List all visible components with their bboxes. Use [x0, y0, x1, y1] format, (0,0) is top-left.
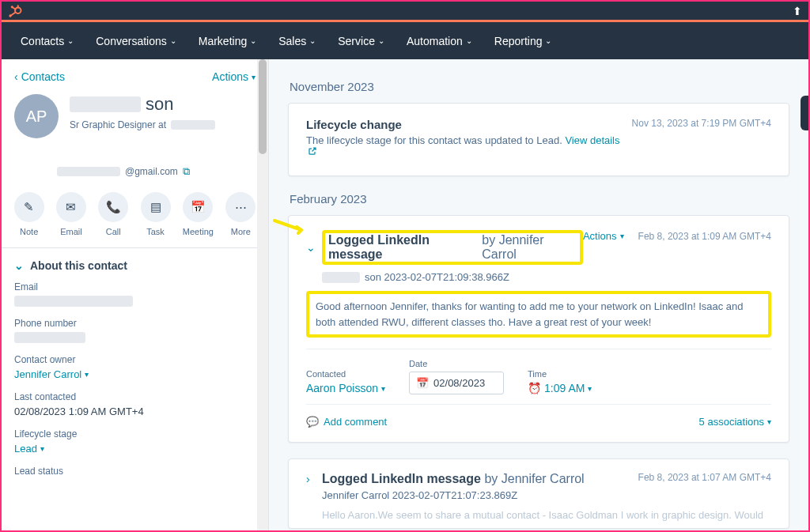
about-section: ⌄About this contact Email Phone number C… [2, 248, 268, 486]
activity-actions-dropdown[interactable]: Actions▾ [583, 230, 624, 242]
chevron-down-icon: ⌄ [170, 36, 176, 45]
chevron-down-icon: ⌄ [67, 36, 74, 45]
nav-service[interactable]: Service⌄ [338, 35, 384, 47]
contact-email: @gmail.com ⧉ [57, 165, 268, 178]
time-label: Time [528, 369, 592, 379]
time-dropdown[interactable]: ⏰1:09 AM▾ [528, 382, 592, 394]
field-phone-label: Phone number [14, 318, 255, 329]
phone-icon: 📞 [106, 200, 121, 214]
chevron-down-icon: ▾ [620, 232, 624, 240]
highlighted-title: Logged LinkedIn message by Jennifer Carr… [322, 230, 583, 265]
email-icon: ✉ [66, 200, 76, 214]
callout-arrow-icon [273, 219, 305, 235]
month-heading: November 2023 [290, 80, 789, 93]
lifecycle-date: Nov 13, 2023 at 7:19 PM GMT+4 [632, 118, 771, 129]
field-owner-label: Contact owner [14, 354, 255, 365]
activity-preview: Hello Aaron.We seem to share a mutual co… [322, 507, 771, 523]
sidebar-scrollbar[interactable] [257, 59, 268, 530]
collapse-toggle[interactable]: ⌄ [306, 241, 316, 254]
chevron-down-icon: ▾ [381, 384, 385, 393]
month-heading: February 2023 [290, 192, 789, 206]
chevron-down-icon: ▾ [252, 73, 255, 81]
field-lead-status-label: Lead status [14, 466, 255, 477]
comment-icon: 💬 [306, 416, 319, 428]
chevron-down-icon: ⌄ [378, 36, 384, 45]
activity-card-collapsed: › Logged LinkedIn message by Jennifer Ca… [288, 458, 789, 529]
svg-point-2 [9, 14, 11, 17]
nav-automation[interactable]: Automation⌄ [407, 35, 472, 47]
add-comment-button[interactable]: 💬Add comment [306, 416, 387, 428]
clock-icon: ⏰ [528, 382, 541, 394]
activity-card-expanded: ⌄ Logged LinkedIn message by Jennifer Ca… [288, 215, 789, 443]
field-email-value [14, 296, 255, 307]
chevron-down-icon: ▾ [40, 444, 44, 453]
email-button[interactable]: ✉Email [56, 192, 86, 236]
chevron-down-icon: ⌄ [14, 259, 24, 272]
field-owner-value[interactable]: Jennifer Carrol▾ [14, 368, 255, 380]
nav-conversations[interactable]: Conversations⌄ [96, 35, 176, 47]
activity-timeline: November 2023 Lifecycle change The lifec… [269, 59, 808, 530]
meeting-button[interactable]: 📅Meeting [183, 192, 214, 236]
lifecycle-body: The lifecycle stage for this contact was… [306, 134, 632, 158]
svg-line-4 [13, 7, 16, 9]
task-icon: ▤ [150, 200, 161, 214]
back-contacts-link[interactable]: ‹ Contacts [14, 70, 65, 83]
contact-sidebar: ‹ Contacts Actions ▾ AP son Sr Graphic D… [2, 59, 269, 530]
expand-toggle[interactable]: › [306, 473, 316, 485]
field-last-contacted-value: 02/08/2023 1:09 AM GMT+4 [14, 406, 255, 417]
chevron-down-icon: ⌄ [309, 36, 316, 45]
contact-name: son [70, 94, 255, 115]
copy-icon[interactable]: ⧉ [183, 165, 190, 178]
chevron-down-icon: ⌄ [466, 36, 472, 45]
field-lifecycle-label: Lifecycle stage [14, 428, 255, 440]
field-email-label: Email [14, 281, 255, 292]
note-icon: ✎ [24, 200, 34, 214]
activity-meta: Jennifer Carrol 2023-02-07T21:07:23.869Z [322, 489, 771, 501]
field-last-contacted-label: Last contacted [14, 391, 255, 402]
task-button[interactable]: ▤Task [141, 192, 171, 236]
top-bar: ⬆ [2, 2, 808, 22]
call-button[interactable]: 📞Call [98, 192, 128, 236]
chevron-left-icon: ‹ [14, 70, 18, 83]
main-nav: Contacts⌄ Conversations⌄ Marketing⌄ Sale… [2, 22, 808, 59]
more-icon: ⋯ [235, 200, 247, 214]
chevron-down-icon: ▾ [767, 417, 771, 426]
chevron-down-icon: ▾ [85, 370, 89, 379]
avatar: AP [14, 94, 59, 138]
nav-reporting[interactable]: Reporting⌄ [494, 35, 552, 47]
date-input[interactable]: 📅02/08/2023 [409, 372, 504, 394]
chevron-down-icon: ▾ [588, 384, 592, 393]
quick-actions: ✎Note ✉Email 📞Call ▤Task 📅Meeting ⋯More [2, 178, 268, 248]
chevron-down-icon: ⌄ [250, 36, 256, 45]
upgrade-icon[interactable]: ⬆ [793, 5, 802, 17]
lifecycle-title: Lifecycle change [306, 118, 632, 131]
lifecycle-card: Lifecycle change The lifecycle stage for… [288, 103, 789, 176]
about-toggle[interactable]: ⌄About this contact [14, 259, 255, 272]
nav-marketing[interactable]: Marketing⌄ [199, 35, 256, 47]
nav-contacts[interactable]: Contacts⌄ [21, 35, 74, 47]
contacted-label: Contacted [306, 369, 385, 379]
date-label: Date [409, 359, 504, 368]
associations-dropdown[interactable]: 5 associations▾ [699, 416, 771, 428]
hubspot-logo-icon[interactable] [8, 4, 22, 18]
sidebar-actions-dropdown[interactable]: Actions ▾ [212, 70, 255, 83]
chevron-down-icon: ⌄ [545, 36, 551, 45]
note-button[interactable]: ✎Note [14, 192, 44, 236]
field-phone-value [14, 332, 255, 343]
field-lifecycle-value[interactable]: Lead▾ [14, 443, 255, 455]
contact-title: Sr Graphic Designer at [70, 119, 255, 130]
calendar-icon: 📅 [416, 377, 429, 389]
calendar-icon: 📅 [191, 200, 206, 214]
external-link-icon [308, 146, 317, 156]
activity-meta: son 2023-02-07T21:09:38.966Z [322, 271, 771, 283]
nav-sales[interactable]: Sales⌄ [278, 35, 316, 47]
activity-date: Feb 8, 2023 at 1:09 AM GMT+4 [638, 231, 771, 242]
activity-date: Feb 8, 2023 at 1:07 AM GMT+4 [638, 472, 771, 483]
help-tab[interactable] [801, 96, 808, 130]
contacted-dropdown[interactable]: Aaron Poisson▾ [306, 382, 385, 394]
more-button[interactable]: ⋯More [225, 192, 255, 236]
activity-message-body: Good afternoon Jennifer, thanks for want… [306, 291, 771, 338]
